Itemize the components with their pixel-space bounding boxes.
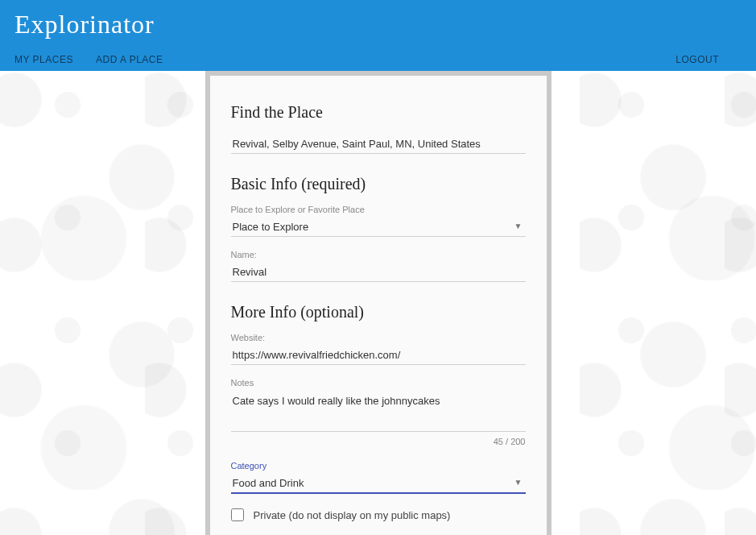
nav-my-places[interactable]: MY PLACES (14, 54, 73, 65)
brand-logo: Explorinator (14, 10, 155, 39)
website-field[interactable] (231, 344, 526, 365)
find-place-field[interactable] (231, 133, 526, 154)
notes-label: Notes (231, 378, 526, 388)
category-select[interactable]: Food and Drink (231, 472, 514, 492)
category-field[interactable]: Food and Drink ▼ (231, 472, 526, 494)
add-place-card: Find the Place Basic Info (required) Pla… (205, 71, 552, 535)
nav-bar: MY PLACES ADD A PLACE LOGOUT (0, 48, 756, 71)
private-checkbox[interactable] (231, 508, 244, 521)
notes-field[interactable] (231, 389, 526, 432)
section-basic-heading: Basic Info (required) (231, 175, 526, 193)
section-find-heading: Find the Place (231, 103, 526, 122)
private-row[interactable]: Private (do not display on my public map… (231, 508, 526, 521)
find-place-input[interactable] (231, 133, 526, 153)
type-select[interactable]: Place to Explore (231, 216, 514, 236)
website-label: Website: (231, 333, 526, 342)
name-field[interactable] (231, 261, 526, 282)
type-field[interactable]: Place to Explore ▼ (231, 216, 526, 237)
notes-counter: 45 / 200 (231, 437, 526, 446)
section-more-heading: More Info (optional) (231, 303, 526, 321)
private-label: Private (do not display on my public map… (254, 509, 451, 521)
caret-down-icon: ▼ (514, 478, 526, 487)
name-input[interactable] (231, 261, 526, 281)
caret-down-icon: ▼ (514, 222, 526, 230)
website-input[interactable] (231, 344, 526, 364)
category-label: Category (231, 461, 526, 471)
app-header: Explorinator (0, 0, 756, 48)
type-label: Place to Explore or Favorite Place (231, 205, 526, 214)
nav-add-place[interactable]: ADD A PLACE (96, 54, 163, 65)
nav-logout[interactable]: LOGOUT (675, 54, 719, 65)
notes-textarea[interactable] (231, 389, 526, 428)
name-label: Name: (231, 250, 526, 259)
